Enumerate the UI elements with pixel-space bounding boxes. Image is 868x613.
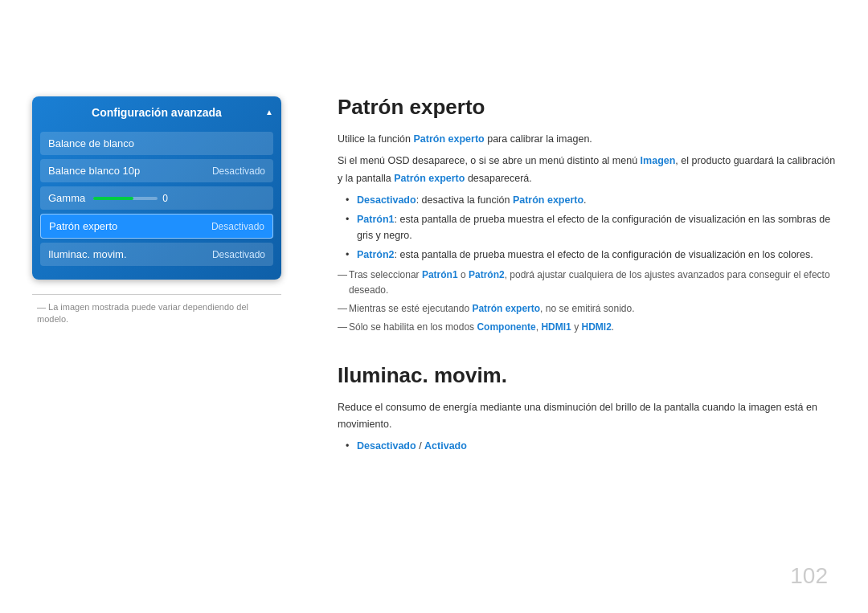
section1-title: Patrón experto <box>338 95 836 120</box>
section2-activado-bold: Activado <box>424 440 467 452</box>
right-content: Patrón experto Utilice la función Patrón… <box>338 95 836 459</box>
bullet-patron2-bold: Patrón2 <box>357 249 395 260</box>
menu-value-patron-experto: Desactivado <box>211 221 264 232</box>
left-panel: Configuración avanzada Balance de blanco… <box>32 96 281 326</box>
config-box: Configuración avanzada Balance de blanco… <box>32 96 281 280</box>
section2-body: Reduce el consumo de energía mediante un… <box>338 399 836 455</box>
section1-para1: Utilice la función Patrón experto para c… <box>338 131 836 148</box>
dash-hdmi2-ref: HDMI2 <box>581 321 611 333</box>
footnote: — La imagen mostrada puede variar depend… <box>32 294 281 326</box>
section2-bullets: Desactivado / Activado <box>346 438 836 454</box>
menu-item-gamma[interactable]: Gamma 0 <box>40 186 273 210</box>
gamma-slider: 0 <box>93 193 265 204</box>
dash-patron1-ref: Patrón1 <box>422 269 458 280</box>
section2-desactivado-bold: Desactivado <box>357 440 416 452</box>
section1-patron-experto-bold: Patrón experto <box>414 133 485 145</box>
menu-item-balance-blanco-10p[interactable]: Balance blanco 10p Desactivado <box>40 159 273 182</box>
slider-track <box>93 197 158 200</box>
section2-title: Iluminac. movim. <box>338 363 836 388</box>
bullet-patron1-bold: Patrón1 <box>357 214 395 225</box>
section1-para2-start: Si el menú OSD desaparece, o si se abre … <box>338 155 641 166</box>
dash-patron-experto-ref2: Patrón experto <box>472 303 540 314</box>
dash-note-2-text: Mientras se esté ejecutando <box>349 303 472 314</box>
bullet-patron1: Patrón1: esta pantalla de prueba muestra… <box>346 211 836 243</box>
bullet-patron2: Patrón2: esta pantalla de prueba muestra… <box>346 247 836 263</box>
menu-value-balance-blanco-10p: Desactivado <box>212 166 265 177</box>
menu-label-gamma: Gamma <box>48 192 85 204</box>
menu-item-patron-experto[interactable]: Patrón experto Desactivado <box>40 214 273 239</box>
section-separator <box>338 339 836 363</box>
menu-item-iluminac-movim[interactable]: Iluminac. movim. Desactivado <box>40 243 273 266</box>
dash-note-1-o: o <box>458 269 469 280</box>
dash-hdmi1-ref: HDMI1 <box>541 321 571 333</box>
section1-para1-end: para calibrar la imagen. <box>485 133 592 145</box>
bullet-desactivado-text: : desactiva la función <box>416 194 513 206</box>
bullet-patron1-text: : esta pantalla de prueba muestra el efe… <box>357 214 830 241</box>
dash-note-1-text: Tras seleccionar <box>349 269 422 280</box>
dash-note-2-end: , no se emitirá sonido. <box>540 303 634 314</box>
bullet-desactivado-dot: . <box>583 194 586 206</box>
menu-label-iluminac-movim: Iluminac. movim. <box>48 248 127 260</box>
section1-imagen-bold: Imagen <box>641 155 676 166</box>
menu-item-balance-blanco[interactable]: Balance de blanco <box>40 132 273 155</box>
config-title: Configuración avanzada <box>40 106 273 124</box>
section1-body: Utilice la función Patrón experto para c… <box>338 131 836 336</box>
section1-para2-end: desaparecerá. <box>465 173 531 184</box>
slider-fill <box>93 197 133 200</box>
menu-label-balance-blanco-10p: Balance blanco 10p <box>48 165 140 177</box>
menu-value-iluminac-movim: Desactivado <box>212 249 265 260</box>
bullet-patron-experto-ref: Patrón experto <box>513 194 583 206</box>
dash-componente-ref: Componente <box>477 321 535 333</box>
section1-bullets: Desactivado: desactiva la función Patrón… <box>346 192 836 263</box>
menu-label-balance-blanco: Balance de blanco <box>48 137 134 149</box>
dash-note-3-text: Sólo se habilita en los modos <box>349 321 477 333</box>
section2-para1: Reduce el consumo de energía mediante un… <box>338 399 836 434</box>
bullet-desactivado-bold: Desactivado <box>357 194 416 206</box>
dash-note-3: Sólo se habilita en los modos Componente… <box>338 320 836 335</box>
menu-label-patron-experto: Patrón experto <box>49 220 117 232</box>
dash-note-2: Mientras se esté ejecutando Patrón exper… <box>338 301 836 317</box>
section1-patron-experto-bold2: Patrón experto <box>394 173 465 184</box>
gamma-value: 0 <box>162 193 172 204</box>
section2-sep: / <box>416 440 424 452</box>
page-number: 102 <box>790 563 828 589</box>
bullet-patron2-text: : esta pantalla de prueba muestra el efe… <box>395 249 813 260</box>
dash-note-3-dot: . <box>612 321 614 333</box>
dash-note-1: Tras seleccionar Patrón1 o Patrón2, podr… <box>338 268 836 298</box>
section1-para1-text: Utilice la función <box>338 133 414 145</box>
bullet-desactivado: Desactivado: desactiva la función Patrón… <box>346 192 836 208</box>
bullet-desactivado-activado: Desactivado / Activado <box>346 438 836 454</box>
dash-patron2-ref: Patrón2 <box>469 269 505 280</box>
dash-note-3-y: y <box>571 321 582 333</box>
section1-para2: Si el menú OSD desaparece, o si se abre … <box>338 153 836 187</box>
